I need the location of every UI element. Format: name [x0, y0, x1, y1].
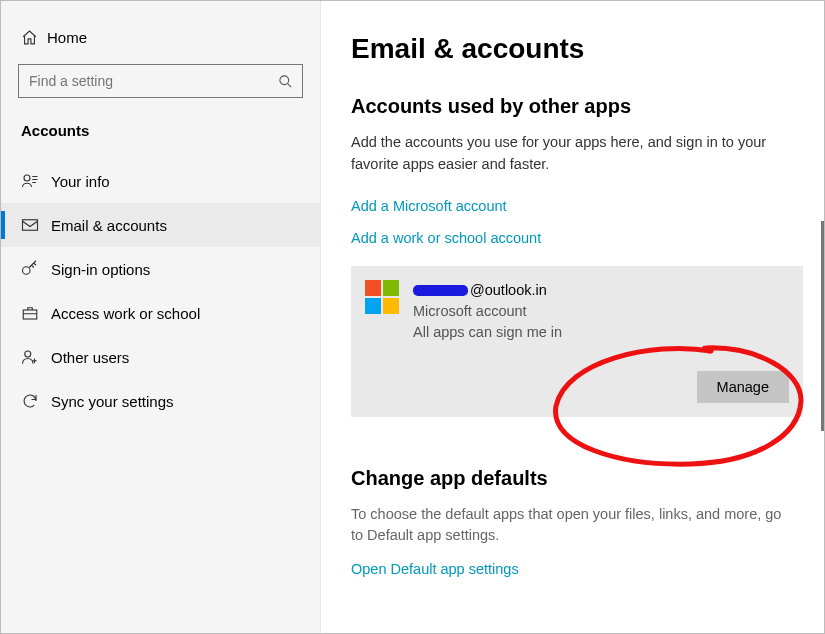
redacted-email-prefix [413, 285, 468, 296]
person-card-icon [21, 172, 51, 190]
sidebar-item-label: Sign-in options [51, 261, 150, 278]
add-microsoft-account-link[interactable]: Add a Microsoft account [351, 198, 794, 214]
category-title: Accounts [1, 116, 320, 159]
sidebar-item-access-work-school[interactable]: Access work or school [1, 291, 320, 335]
home-icon [21, 29, 47, 46]
home-label: Home [47, 29, 87, 46]
search-icon [268, 74, 302, 89]
content-area: Email & accounts Accounts used by other … [321, 1, 824, 633]
account-email: @outlook.in [413, 280, 562, 301]
section-defaults-title: Change app defaults [351, 467, 794, 490]
sidebar-item-label: Access work or school [51, 305, 200, 322]
section-defaults-desc: To choose the default apps that open you… [351, 504, 791, 548]
sidebar-item-label: Sync your settings [51, 393, 174, 410]
svg-point-3 [23, 267, 31, 275]
svg-point-0 [279, 75, 288, 84]
sidebar-item-label: Email & accounts [51, 217, 167, 234]
account-status: All apps can sign me in [413, 322, 562, 343]
sidebar-item-label: Other users [51, 349, 129, 366]
svg-rect-2 [23, 220, 38, 231]
mail-icon [21, 216, 51, 234]
svg-point-5 [25, 351, 31, 357]
search-input[interactable] [19, 73, 268, 89]
briefcase-icon [21, 304, 51, 322]
svg-point-1 [24, 175, 30, 181]
search-box[interactable] [18, 64, 303, 98]
open-default-apps-link[interactable]: Open Default app settings [351, 561, 794, 577]
microsoft-logo-icon [365, 280, 399, 314]
section-accounts-desc: Add the accounts you use for your apps h… [351, 132, 771, 176]
home-nav[interactable]: Home [1, 23, 320, 64]
sidebar-item-signin-options[interactable]: Sign-in options [1, 247, 320, 291]
account-type: Microsoft account [413, 301, 562, 322]
sidebar-item-label: Your info [51, 173, 110, 190]
key-icon [21, 260, 51, 278]
page-title: Email & accounts [351, 33, 794, 65]
account-card[interactable]: @outlook.in Microsoft account All apps c… [351, 266, 803, 417]
sync-icon [21, 392, 51, 410]
sidebar: Home Accounts Your info [1, 1, 321, 633]
scrollbar[interactable] [821, 221, 824, 431]
sidebar-item-other-users[interactable]: Other users [1, 335, 320, 379]
manage-button[interactable]: Manage [697, 371, 789, 403]
sidebar-item-your-info[interactable]: Your info [1, 159, 320, 203]
section-accounts-title: Accounts used by other apps [351, 95, 794, 118]
add-work-school-account-link[interactable]: Add a work or school account [351, 230, 794, 246]
sidebar-item-email-accounts[interactable]: Email & accounts [1, 203, 320, 247]
svg-rect-4 [23, 310, 37, 319]
account-email-suffix: @outlook.in [470, 280, 547, 301]
sidebar-item-sync-settings[interactable]: Sync your settings [1, 379, 320, 423]
person-plus-icon [21, 348, 51, 366]
